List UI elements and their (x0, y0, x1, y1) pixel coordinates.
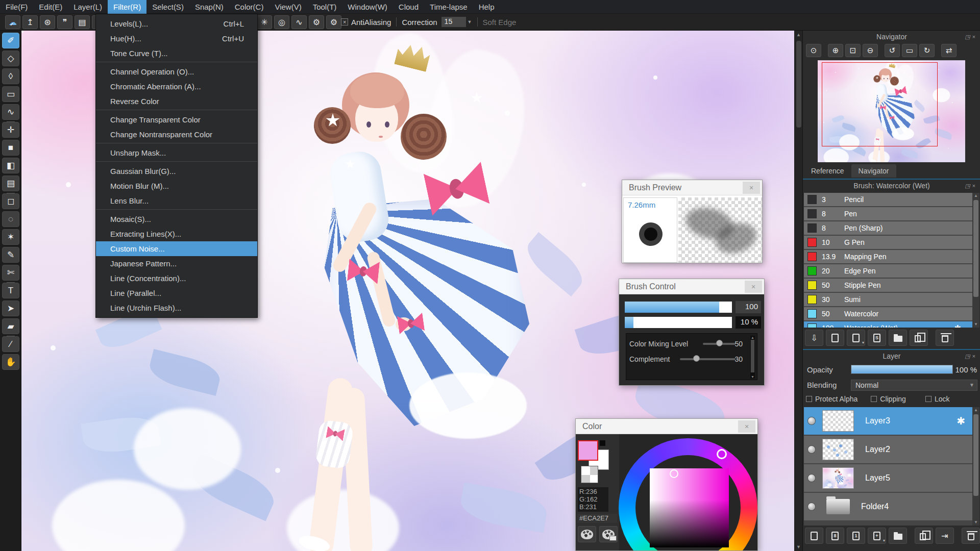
new-brush-icon[interactable] (826, 330, 844, 346)
tool-eyedropper[interactable]: ∕ (2, 336, 19, 352)
layer-list-scrollbar[interactable]: ▲ ▼ (972, 407, 979, 525)
tool-paint-bucket[interactable]: ◧ (2, 158, 19, 173)
layer-row[interactable]: Layer3 ✱ (804, 407, 972, 435)
web-service-icon[interactable]: ⊛ (40, 15, 55, 29)
correction-input[interactable]: 15 (442, 17, 466, 27)
tool-brush[interactable]: ✐ (2, 33, 19, 48)
layer-visibility-icon[interactable] (808, 474, 815, 482)
transparent-color-swatch[interactable] (600, 440, 605, 446)
opacity-slider[interactable] (851, 365, 953, 374)
panel-close-icon[interactable]: × (972, 183, 977, 189)
opacity-value[interactable]: 100 % (955, 365, 977, 374)
brush-list-item[interactable]: 10 G Pen ✱ (804, 236, 972, 249)
close-button[interactable]: × (745, 281, 762, 293)
menubar-item[interactable]: Color(C) (229, 0, 270, 14)
menubar-item[interactable]: Edit(E) (33, 0, 68, 14)
lock-checkbox[interactable] (925, 396, 932, 402)
publish-icon[interactable]: ↥ (22, 15, 38, 29)
new-brush-menu-icon[interactable]: ▾ (847, 330, 865, 346)
blending-select[interactable]: Normal ▼ (851, 380, 977, 391)
hue-indicator[interactable] (717, 449, 727, 459)
layer-visibility-icon[interactable] (808, 503, 815, 510)
tool-fill-rectangle[interactable]: ■ (2, 140, 19, 156)
scroll-up-icon[interactable]: ▲ (972, 407, 979, 413)
tab-navigator[interactable]: Navigator (851, 164, 896, 178)
menubar-item[interactable]: Select(S) (146, 0, 189, 14)
zoom-100-icon[interactable]: ⊙ (806, 44, 821, 57)
correction-spinner-icon[interactable]: ▼ (468, 19, 472, 24)
rotate-cw-icon[interactable]: ↻ (919, 44, 935, 57)
menubar-item[interactable]: Time-lapse (424, 0, 473, 14)
scrollbar-thumb[interactable] (973, 200, 978, 297)
new-layer-folder-icon[interactable] (889, 528, 907, 544)
delete-brush-icon[interactable] (936, 330, 954, 346)
reset-view-icon[interactable]: ▭ (902, 44, 917, 57)
tool-frame[interactable]: ▭ (2, 86, 19, 102)
brush-list-item[interactable]: 3 Pencil ✱ (804, 193, 972, 206)
panel-close-icon[interactable]: × (972, 34, 977, 40)
scrollbar-thumb[interactable] (973, 414, 978, 496)
menu-item-unsharp-mask[interactable]: Unsharp Mask... (96, 145, 257, 162)
tool-lasso[interactable]: ◌ (2, 211, 19, 227)
menubar-item[interactable]: Snap(N) (189, 0, 229, 14)
main-color-swatch[interactable] (578, 440, 598, 461)
comment-icon[interactable]: ❞ (57, 15, 72, 29)
zoom-out-icon[interactable]: ⊖ (863, 44, 878, 57)
tool-gradient[interactable]: ▤ (2, 176, 19, 191)
menu-item-tone-curve[interactable]: Tone Curve (T)... (96, 46, 257, 62)
menu-item-reverse-color[interactable]: Reverse Color (96, 94, 257, 110)
gear-outline-icon[interactable]: ⚙ (309, 15, 324, 29)
parameters-scrollbar[interactable]: ▲ ▼ (750, 336, 755, 379)
scroll-up-icon[interactable]: ▲ (795, 31, 802, 39)
menu-item-custom-noise[interactable]: Custom Noise... (96, 241, 257, 256)
tool-eraser-lasso[interactable]: ◊ (2, 68, 19, 84)
brush-size-bar[interactable] (625, 302, 732, 313)
transparency-swatch[interactable] (581, 466, 598, 483)
menubar-item[interactable]: Help (473, 0, 500, 14)
tool-marquee[interactable]: ◻ (2, 193, 19, 209)
navigator-view-rectangle[interactable] (822, 62, 938, 146)
brush-settings-gear-icon[interactable]: ✱ (954, 323, 961, 328)
zoom-in-icon[interactable]: ⊕ (828, 44, 843, 57)
panel-close-icon[interactable]: × (972, 353, 977, 359)
menu-item-hue[interactable]: Hue(H)... Ctrl+U (96, 31, 257, 46)
new-layer-icon[interactable] (805, 528, 823, 544)
save-settings-icon[interactable]: S (868, 330, 886, 346)
hex-value-input[interactable]: #ECA2E7 (577, 514, 617, 523)
brush-list-item[interactable]: 8 Pen ✱ (804, 207, 972, 220)
panel-popout-icon[interactable]: ◳ (965, 183, 972, 189)
menubar-item[interactable]: Cloud (393, 0, 424, 14)
slider-knob[interactable] (693, 355, 700, 362)
menu-item-change-nontransparent-color[interactable]: Change Nontransparent Color (96, 127, 257, 143)
duplicate-layer-icon[interactable] (915, 528, 933, 544)
layer-visibility-icon[interactable] (808, 417, 815, 424)
tab-reference[interactable]: Reference (804, 164, 851, 178)
brush-list-item[interactable]: 50 Stipple Pen ✱ (804, 279, 972, 292)
new-raster-1bit-icon[interactable]: 1 (847, 528, 865, 544)
scroll-down-icon[interactable]: ▼ (972, 321, 979, 328)
panel-popout-icon[interactable]: ◳ (965, 34, 972, 40)
curve-stabilize-icon[interactable]: ∿ (291, 15, 307, 29)
brush-list-item[interactable]: 13.9 Mapping Pen ✱ (804, 250, 972, 263)
menu-item-chromatic-aberration[interactable]: Chromatic Aberration (A)... (96, 79, 257, 94)
concentric-rings-icon[interactable]: ◎ (274, 15, 289, 29)
menu-item-mosaic[interactable]: Mosaic(S)... (96, 212, 257, 227)
new-raster-8bit-icon[interactable]: 8 (826, 528, 844, 544)
tool-selection-pen[interactable]: ✎ (2, 247, 19, 263)
brush-list-item[interactable]: 50 Watercolor ✱ (804, 307, 972, 320)
clipping-checkbox[interactable] (871, 396, 877, 402)
saturation-value-square[interactable] (650, 468, 729, 547)
tool-polyline[interactable]: ∿ (2, 104, 19, 120)
menu-item-levels[interactable]: Levels(L)... Ctrl+L (96, 16, 257, 31)
flip-horizontal-icon[interactable]: ⇄ (941, 44, 957, 57)
tool-eraser[interactable]: ◇ (2, 51, 19, 66)
new-layer-menu-icon[interactable]: + ▾ (868, 528, 886, 544)
menu-item-japanese-pattern[interactable]: Japanese Pattern... (96, 256, 257, 271)
menu-item-extracting-lines[interactable]: Extracting Lines(X)... (96, 227, 257, 241)
sync-cloud-icon[interactable]: ☁✓ (5, 15, 20, 29)
brush-opacity-value[interactable]: 10 % (736, 316, 761, 329)
color-wheel-mode-button[interactable] (578, 526, 596, 542)
menubar-item[interactable]: Layer(L) (68, 0, 108, 14)
close-button[interactable]: × (743, 182, 760, 194)
close-button[interactable]: × (738, 420, 755, 433)
